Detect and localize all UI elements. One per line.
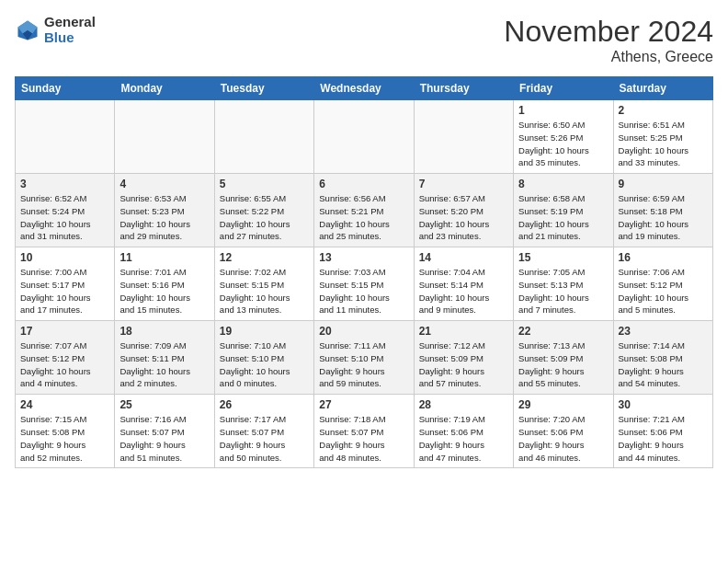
day-info: Sunrise: 7:04 AMSunset: 5:14 PMDaylight:…	[419, 266, 508, 316]
day-number: 1	[518, 104, 608, 117]
day-cell: 25Sunrise: 7:16 AMSunset: 5:07 PMDayligh…	[115, 395, 214, 468]
day-info: Sunrise: 6:51 AMSunset: 5:25 PMDaylight:…	[619, 119, 708, 169]
day-info: Sunrise: 7:12 AMSunset: 5:09 PMDaylight:…	[419, 339, 508, 390]
week-row-1: 1Sunrise: 6:50 AMSunset: 5:26 PMDaylight…	[16, 100, 713, 174]
day-cell: 2Sunrise: 6:51 AMSunset: 5:25 PMDaylight…	[613, 100, 712, 174]
title-block: November 2024 Athens, Greece	[504, 15, 713, 65]
day-cell: 20Sunrise: 7:11 AMSunset: 5:10 PMDayligh…	[314, 321, 414, 395]
day-cell: 6Sunrise: 6:56 AMSunset: 5:21 PMDaylight…	[314, 174, 414, 247]
day-cell: 8Sunrise: 6:58 AMSunset: 5:19 PMDaylight…	[514, 174, 613, 247]
day-number: 2	[619, 104, 708, 117]
day-cell: 27Sunrise: 7:18 AMSunset: 5:07 PMDayligh…	[314, 395, 414, 468]
day-number: 30	[619, 398, 708, 411]
page-header: General Blue November 2024 Athens, Greec…	[15, 15, 713, 65]
day-info: Sunrise: 7:16 AMSunset: 5:07 PMDaylight:…	[119, 413, 209, 464]
location-title: Athens, Greece	[504, 49, 713, 65]
day-cell: 3Sunrise: 6:52 AMSunset: 5:24 PMDaylight…	[16, 174, 115, 247]
day-cell: 11Sunrise: 7:01 AMSunset: 5:16 PMDayligh…	[115, 247, 214, 321]
day-cell	[214, 100, 313, 174]
day-number: 9	[619, 178, 708, 190]
day-info: Sunrise: 7:13 AMSunset: 5:09 PMDaylight:…	[518, 339, 608, 390]
day-number: 11	[119, 251, 209, 264]
day-number: 17	[20, 325, 109, 338]
day-info: Sunrise: 7:06 AMSunset: 5:12 PMDaylight:…	[619, 266, 708, 316]
day-cell: 28Sunrise: 7:19 AMSunset: 5:06 PMDayligh…	[414, 395, 513, 468]
day-number: 20	[319, 325, 408, 338]
day-cell: 13Sunrise: 7:03 AMSunset: 5:15 PMDayligh…	[314, 247, 414, 321]
day-cell	[115, 100, 214, 174]
day-cell: 15Sunrise: 7:05 AMSunset: 5:13 PMDayligh…	[514, 247, 613, 321]
day-info: Sunrise: 7:00 AMSunset: 5:17 PMDaylight:…	[20, 266, 109, 316]
header-tuesday: Tuesday	[214, 77, 313, 100]
week-row-2: 3Sunrise: 6:52 AMSunset: 5:24 PMDaylight…	[16, 174, 713, 247]
calendar-table: SundayMondayTuesdayWednesdayThursdayFrid…	[15, 76, 713, 468]
day-cell: 18Sunrise: 7:09 AMSunset: 5:11 PMDayligh…	[115, 321, 214, 395]
day-info: Sunrise: 6:53 AMSunset: 5:23 PMDaylight:…	[119, 192, 209, 243]
day-number: 14	[419, 251, 508, 264]
header-wednesday: Wednesday	[314, 77, 414, 100]
day-number: 13	[319, 251, 408, 264]
day-number: 27	[319, 398, 408, 411]
day-cell: 24Sunrise: 7:15 AMSunset: 5:08 PMDayligh…	[16, 395, 115, 468]
header-sunday: Sunday	[16, 77, 115, 100]
day-cell: 17Sunrise: 7:07 AMSunset: 5:12 PMDayligh…	[16, 321, 115, 395]
day-info: Sunrise: 7:21 AMSunset: 5:06 PMDaylight:…	[619, 413, 708, 464]
day-cell: 16Sunrise: 7:06 AMSunset: 5:12 PMDayligh…	[613, 247, 712, 321]
day-cell	[314, 100, 414, 174]
logo-text: General Blue	[44, 15, 96, 45]
day-number: 7	[419, 178, 508, 190]
day-info: Sunrise: 7:03 AMSunset: 5:15 PMDaylight:…	[319, 266, 408, 316]
day-number: 10	[20, 251, 109, 264]
day-number: 19	[220, 325, 309, 338]
day-number: 3	[20, 178, 109, 190]
day-cell: 4Sunrise: 6:53 AMSunset: 5:23 PMDaylight…	[115, 174, 214, 247]
day-number: 28	[419, 398, 508, 411]
header-row: SundayMondayTuesdayWednesdayThursdayFrid…	[16, 77, 713, 100]
month-title: November 2024	[504, 15, 713, 49]
day-info: Sunrise: 6:50 AMSunset: 5:26 PMDaylight:…	[518, 119, 608, 169]
day-cell: 29Sunrise: 7:20 AMSunset: 5:06 PMDayligh…	[514, 395, 613, 468]
day-info: Sunrise: 7:17 AMSunset: 5:07 PMDaylight:…	[220, 413, 309, 464]
day-info: Sunrise: 6:59 AMSunset: 5:18 PMDaylight:…	[619, 192, 708, 243]
week-row-5: 24Sunrise: 7:15 AMSunset: 5:08 PMDayligh…	[16, 395, 713, 468]
header-thursday: Thursday	[414, 77, 513, 100]
day-cell: 14Sunrise: 7:04 AMSunset: 5:14 PMDayligh…	[414, 247, 513, 321]
day-info: Sunrise: 7:02 AMSunset: 5:15 PMDaylight:…	[220, 266, 309, 316]
logo: General Blue	[15, 15, 96, 45]
day-info: Sunrise: 7:14 AMSunset: 5:08 PMDaylight:…	[619, 339, 708, 390]
day-cell: 22Sunrise: 7:13 AMSunset: 5:09 PMDayligh…	[514, 321, 613, 395]
day-info: Sunrise: 7:07 AMSunset: 5:12 PMDaylight:…	[20, 339, 109, 390]
day-info: Sunrise: 7:01 AMSunset: 5:16 PMDaylight:…	[119, 266, 209, 316]
day-info: Sunrise: 7:10 AMSunset: 5:10 PMDaylight:…	[220, 339, 309, 390]
day-cell: 19Sunrise: 7:10 AMSunset: 5:10 PMDayligh…	[214, 321, 313, 395]
day-number: 18	[119, 325, 209, 338]
logo-general: General	[44, 15, 96, 30]
day-number: 8	[518, 178, 608, 190]
day-info: Sunrise: 7:15 AMSunset: 5:08 PMDaylight:…	[20, 413, 109, 464]
day-cell: 7Sunrise: 6:57 AMSunset: 5:20 PMDaylight…	[414, 174, 513, 247]
day-cell: 26Sunrise: 7:17 AMSunset: 5:07 PMDayligh…	[214, 395, 313, 468]
day-info: Sunrise: 6:58 AMSunset: 5:19 PMDaylight:…	[518, 192, 608, 243]
week-row-3: 10Sunrise: 7:00 AMSunset: 5:17 PMDayligh…	[16, 247, 713, 321]
header-saturday: Saturday	[613, 77, 712, 100]
day-number: 22	[518, 325, 608, 338]
day-number: 26	[220, 398, 309, 411]
day-number: 16	[619, 251, 708, 264]
day-cell	[16, 100, 115, 174]
day-cell: 1Sunrise: 6:50 AMSunset: 5:26 PMDaylight…	[514, 100, 613, 174]
header-monday: Monday	[115, 77, 214, 100]
day-number: 29	[518, 398, 608, 411]
day-number: 5	[220, 178, 309, 190]
day-info: Sunrise: 6:57 AMSunset: 5:20 PMDaylight:…	[419, 192, 508, 243]
logo-blue: Blue	[44, 30, 96, 46]
day-cell: 21Sunrise: 7:12 AMSunset: 5:09 PMDayligh…	[414, 321, 513, 395]
day-number: 23	[619, 325, 708, 338]
day-info: Sunrise: 6:52 AMSunset: 5:24 PMDaylight:…	[20, 192, 109, 243]
day-info: Sunrise: 7:20 AMSunset: 5:06 PMDaylight:…	[518, 413, 608, 464]
day-info: Sunrise: 7:09 AMSunset: 5:11 PMDaylight:…	[119, 339, 209, 390]
day-info: Sunrise: 6:56 AMSunset: 5:21 PMDaylight:…	[319, 192, 408, 243]
day-cell: 9Sunrise: 6:59 AMSunset: 5:18 PMDaylight…	[613, 174, 712, 247]
day-info: Sunrise: 7:19 AMSunset: 5:06 PMDaylight:…	[419, 413, 508, 464]
logo-icon	[15, 17, 40, 43]
day-number: 12	[220, 251, 309, 264]
